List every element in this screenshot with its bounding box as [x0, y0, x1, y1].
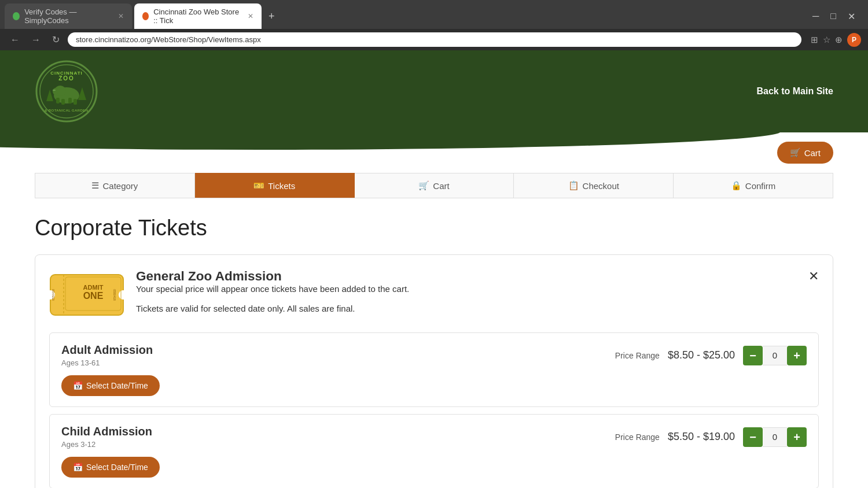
child-qty-display: 0 [763, 427, 787, 447]
child-price-label: Price Range [615, 432, 660, 442]
forward-button[interactable]: → [28, 34, 44, 46]
product-info: ADMIT ONE 0550418 0550418 General Zoo Ad… [49, 269, 409, 321]
tab-2-favicon [142, 12, 149, 20]
cart-tab-icon: 🛒 [418, 180, 429, 191]
adult-admission-top: Adult Admission Ages 13-61 Price Range $… [61, 343, 807, 367]
confirm-label: Confirm [745, 181, 776, 191]
tab-bar: Verify Codes — SimplyCodes ✕ Cincinnati … [0, 0, 868, 29]
svg-rect-9 [53, 90, 56, 91]
svg-text:0550418: 0550418 [113, 289, 116, 301]
svg-text:& BOTANICAL GARDEN: & BOTANICAL GARDEN [45, 109, 88, 112]
tab-1-close[interactable]: ✕ [118, 12, 124, 20]
close-product-button[interactable]: ✕ [808, 269, 819, 284]
tab-2-close[interactable]: ✕ [248, 12, 253, 20]
child-qty-increase[interactable]: + [787, 427, 807, 447]
adult-price-section: Price Range $8.50 - $25.00 − 0 + [615, 346, 807, 365]
back-button[interactable]: ← [7, 34, 23, 46]
window-controls: ─ □ ✕ [809, 10, 863, 23]
tab-confirm[interactable]: 🔒 Confirm [674, 173, 833, 198]
tab-2[interactable]: Cincinnati Zoo Web Store :: Tick ✕ [134, 3, 262, 29]
calendar-icon: 📅 [73, 381, 83, 390]
new-tab-button[interactable]: + [264, 8, 279, 25]
svg-rect-4 [56, 98, 60, 103]
tab-checkout[interactable]: 📋 Checkout [514, 173, 674, 198]
product-header: ADMIT ONE 0550418 0550418 General Zoo Ad… [49, 269, 819, 321]
reload-button[interactable]: ↻ [49, 33, 63, 46]
adult-qty-controls: − 0 + [743, 346, 807, 365]
minimize-button[interactable]: ─ [809, 10, 822, 23]
profile-button[interactable]: P [847, 33, 861, 47]
child-admission-name: Child Admission [61, 425, 152, 438]
checkout-label: Checkout [583, 181, 619, 191]
adult-admission-row: Adult Admission Ages 13-61 Price Range $… [49, 332, 819, 407]
child-price-section: Price Range $5.50 - $19.00 − 0 + [615, 427, 807, 447]
adult-qty-decrease[interactable]: − [743, 346, 763, 365]
tickets-icon: 🎫 [253, 180, 264, 191]
logo-area: CINCINNATI ZOO & BOTANICAL GARDEN [35, 60, 98, 123]
adult-price-label: Price Range [615, 351, 660, 360]
child-admission-age: Ages 3-12 [61, 440, 152, 449]
svg-rect-6 [68, 98, 72, 103]
tab-1-label: Verify Codes — SimplyCodes [24, 8, 110, 25]
product-desc2: Tickets are valid for selected date only… [136, 304, 409, 313]
product-card: ADMIT ONE 0550418 0550418 General Zoo Ad… [35, 254, 833, 488]
tab-1[interactable]: Verify Codes — SimplyCodes ✕ [5, 3, 132, 29]
cart-label: Cart [804, 148, 821, 158]
adult-qty-increase[interactable]: + [787, 346, 807, 365]
url-input[interactable]: store.cincinnatizoo.org/WebStore/Shop/Vi… [68, 32, 801, 47]
bookmark-icon[interactable]: ☆ [823, 35, 830, 45]
svg-rect-5 [61, 99, 65, 105]
child-price-range: $5.50 - $19.00 [668, 431, 735, 443]
maximize-button[interactable]: □ [827, 10, 840, 23]
page-content: Corporate Tickets [0, 198, 868, 488]
cart-tab-label: Cart [433, 181, 449, 191]
address-bar-icons: ⊞ ☆ ⊕ P [811, 33, 861, 47]
child-admission-top: Child Admission Ages 3-12 Price Range $5… [61, 425, 807, 449]
cart-button[interactable]: 🛒 Cart [777, 142, 833, 164]
product-text: General Zoo Admission Your special price… [136, 269, 409, 313]
adult-select-date-button[interactable]: 📅 Select Date/Time [61, 375, 160, 396]
category-icon: ☰ [91, 180, 99, 191]
adult-admission-age: Ages 13-61 [61, 358, 153, 367]
category-label: Category [102, 181, 138, 191]
svg-text:ZOO: ZOO [58, 75, 75, 82]
child-admission-row: Child Admission Ages 3-12 Price Range $5… [49, 414, 819, 488]
browser-window: Verify Codes — SimplyCodes ✕ Cincinnati … [0, 0, 868, 488]
child-qty-decrease[interactable]: − [743, 427, 763, 447]
site-header: CINCINNATI ZOO & BOTANICAL GARDEN Back t… [0, 50, 868, 132]
page-title: Corporate Tickets [35, 216, 833, 241]
navigation-tabs: ☰ Category 🎫 Tickets 🛒 Cart 📋 Checkout 🔒… [35, 173, 833, 198]
adult-admission-info: Adult Admission Ages 13-61 [61, 343, 153, 367]
adult-qty-display: 0 [763, 346, 787, 365]
svg-text:0550418: 0550418 [52, 289, 55, 301]
address-bar: ← → ↻ store.cincinnatizoo.org/WebStore/S… [0, 29, 868, 50]
svg-rect-7 [73, 99, 77, 105]
back-to-main-link[interactable]: Back to Main Site [757, 86, 833, 97]
product-desc1: Your special price will appear once tick… [136, 284, 409, 294]
child-select-date-button[interactable]: 📅 Select Date/Time [61, 457, 160, 478]
tab-cart[interactable]: 🛒 Cart [355, 173, 514, 198]
svg-text:ADMIT: ADMIT [83, 284, 104, 291]
tab-1-favicon [13, 12, 20, 20]
svg-text:ONE: ONE [83, 291, 104, 301]
calendar-icon-child: 📅 [73, 463, 83, 472]
close-window-button[interactable]: ✕ [844, 10, 859, 23]
svg-point-8 [53, 88, 58, 95]
child-select-label: Select Date/Time [86, 463, 148, 472]
adult-admission-name: Adult Admission [61, 343, 153, 357]
child-admission-info: Child Admission Ages 3-12 [61, 425, 152, 449]
tab-tickets[interactable]: 🎫 Tickets [195, 173, 355, 198]
adult-price-range: $8.50 - $25.00 [668, 349, 735, 361]
child-qty-controls: − 0 + [743, 427, 807, 447]
translate-icon[interactable]: ⊞ [811, 35, 818, 45]
adult-select-label: Select Date/Time [86, 381, 148, 390]
extensions-icon[interactable]: ⊕ [835, 35, 843, 45]
tab-2-label: Cincinnati Zoo Web Store :: Tick [153, 8, 240, 25]
cart-icon: 🛒 [790, 147, 801, 158]
confirm-icon: 🔒 [731, 180, 742, 191]
ticket-image: ADMIT ONE 0550418 0550418 [49, 269, 124, 321]
tab-category[interactable]: ☰ Category [35, 173, 195, 198]
product-title: General Zoo Admission [136, 269, 409, 284]
zoo-logo: CINCINNATI ZOO & BOTANICAL GARDEN [35, 60, 98, 123]
url-text: store.cincinnatizoo.org/WebStore/Shop/Vi… [76, 35, 261, 44]
